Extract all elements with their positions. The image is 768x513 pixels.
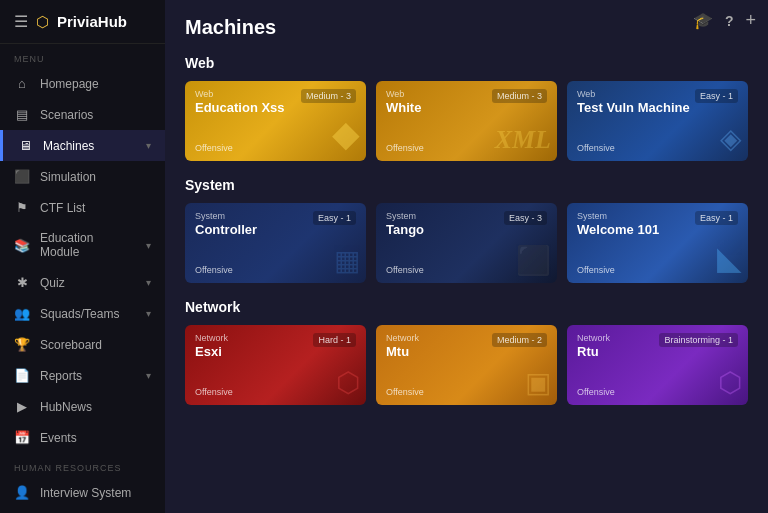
web-cards-row: Web Education Xss Medium - 3 Offensive ◆… <box>185 81 748 161</box>
chevron-down-icon: ▾ <box>146 240 151 251</box>
card-name: Education Xss <box>195 100 285 116</box>
card-top: Web Test Vuln Machine Easy - 1 <box>577 89 738 115</box>
hamburger-icon[interactable]: ☰ <box>14 12 28 31</box>
menu-section-label: MENU <box>0 44 165 68</box>
card-name: Controller <box>195 222 257 238</box>
card-footer: Offensive <box>577 387 738 397</box>
card-system-controller[interactable]: System Controller Easy - 1 Offensive ▦ <box>185 203 366 283</box>
card-badge: Easy - 1 <box>695 89 738 103</box>
card-system-welcome101[interactable]: System Welcome 101 Easy - 1 Offensive ◣ <box>567 203 748 283</box>
card-system-tango[interactable]: System Tango Easy - 3 Offensive ⬛ <box>376 203 557 283</box>
card-badge: Brainstorming - 1 <box>659 333 738 347</box>
hr-section-label: HUMAN RESOURCES <box>0 453 165 477</box>
card-badge: Easy - 1 <box>313 211 356 225</box>
page-title: Machines <box>185 16 748 39</box>
sidebar-item-machines[interactable]: 🖥 Machines ▾ <box>0 130 165 161</box>
sidebar-item-squads-teams[interactable]: 👥 Squads/Teams ▾ <box>0 298 165 329</box>
sidebar-item-reports[interactable]: 📄 Reports ▾ <box>0 360 165 391</box>
card-name: Tango <box>386 222 424 238</box>
card-name: Test Vuln Machine <box>577 100 690 116</box>
sidebar-item-ctf-list[interactable]: ⚑ CTF List <box>0 192 165 223</box>
card-top: Network Esxi Hard - 1 <box>195 333 356 359</box>
card-footer: Offensive <box>577 143 738 153</box>
reports-icon: 📄 <box>14 368 30 383</box>
sidebar: ☰ ⬡ PriviaHub MENU ⌂ Homepage ▤ Scenario… <box>0 0 165 513</box>
sidebar-item-hubnews[interactable]: ▶ HubNews <box>0 391 165 422</box>
card-deco: ◣ <box>717 239 742 277</box>
card-deco: ⬛ <box>516 244 551 277</box>
card-network-mtu[interactable]: Network Mtu Medium - 2 Offensive ▣ <box>376 325 557 405</box>
card-footer: Offensive <box>386 387 547 397</box>
sidebar-item-events[interactable]: 📅 Events <box>0 422 165 453</box>
graduation-icon[interactable]: 🎓 <box>693 11 713 30</box>
education-icon: 📚 <box>14 238 30 253</box>
main-content: 🎓 ? + Machines Web Web Education Xss Med… <box>165 0 768 513</box>
sidebar-item-label: CTF List <box>40 201 85 215</box>
card-category: Web <box>577 89 690 100</box>
card-network-esxi[interactable]: Network Esxi Hard - 1 Offensive ⬡ <box>185 325 366 405</box>
sidebar-item-label: Machines <box>43 139 94 153</box>
sidebar-item-label: Homepage <box>40 77 99 91</box>
card-top: System Tango Easy - 3 <box>386 211 547 237</box>
card-deco: XML <box>495 125 551 155</box>
sidebar-item-education-module[interactable]: 📚 Education Module ▾ <box>0 223 165 267</box>
sidebar-item-scoreboard[interactable]: 🏆 Scoreboard <box>0 329 165 360</box>
logo-text: PriviaHub <box>57 13 127 30</box>
sidebar-item-scenarios[interactable]: ▤ Scenarios <box>0 99 165 130</box>
chevron-down-icon: ▾ <box>146 370 151 381</box>
card-top: System Controller Easy - 1 <box>195 211 356 237</box>
sidebar-item-label: Simulation <box>40 170 96 184</box>
card-footer: Offensive <box>577 265 738 275</box>
network-cards-row: Network Esxi Hard - 1 Offensive ⬡ Networ… <box>185 325 748 405</box>
home-icon: ⌂ <box>14 76 30 91</box>
card-name: White <box>386 100 421 116</box>
card-name: Mtu <box>386 344 419 360</box>
card-web-white[interactable]: Web White Medium - 3 Offensive XML <box>376 81 557 161</box>
chevron-down-icon: ▾ <box>146 277 151 288</box>
interview-icon: 👤 <box>14 485 30 500</box>
card-deco: ◈ <box>720 122 742 155</box>
card-top: Network Rtu Brainstorming - 1 <box>577 333 738 359</box>
card-web-education-xss[interactable]: Web Education Xss Medium - 3 Offensive ◆ <box>185 81 366 161</box>
sidebar-item-quiz[interactable]: ✱ Quiz ▾ <box>0 267 165 298</box>
header-icons: 🎓 ? + <box>693 10 756 31</box>
card-deco: ⬡ <box>718 366 742 399</box>
sidebar-item-label: HubNews <box>40 400 92 414</box>
sidebar-item-label: Squads/Teams <box>40 307 119 321</box>
squads-icon: 👥 <box>14 306 30 321</box>
card-deco: ▦ <box>334 244 360 277</box>
card-badge: Easy - 3 <box>504 211 547 225</box>
sidebar-item-label: Scoreboard <box>40 338 102 352</box>
plus-icon[interactable]: + <box>745 10 756 31</box>
quiz-icon: ✱ <box>14 275 30 290</box>
scoreboard-icon: 🏆 <box>14 337 30 352</box>
card-category: Network <box>577 333 610 344</box>
card-footer: Offensive <box>195 387 356 397</box>
card-top: Network Mtu Medium - 2 <box>386 333 547 359</box>
card-network-rtu[interactable]: Network Rtu Brainstorming - 1 Offensive … <box>567 325 748 405</box>
sidebar-item-label: Education Module <box>40 231 136 259</box>
events-icon: 📅 <box>14 430 30 445</box>
simulation-icon: ⬛ <box>14 169 30 184</box>
logo-icon: ⬡ <box>36 13 49 31</box>
sidebar-item-simulation[interactable]: ⬛ Simulation <box>0 161 165 192</box>
card-top: Web Education Xss Medium - 3 <box>195 89 356 115</box>
chevron-down-icon: ▾ <box>146 140 151 151</box>
card-category: Web <box>386 89 421 100</box>
hubnews-icon: ▶ <box>14 399 30 414</box>
sidebar-item-label: Reports <box>40 369 82 383</box>
sidebar-item-homepage[interactable]: ⌂ Homepage <box>0 68 165 99</box>
card-badge: Medium - 3 <box>301 89 356 103</box>
card-category: Network <box>386 333 419 344</box>
help-icon[interactable]: ? <box>725 13 734 29</box>
card-web-test-vuln[interactable]: Web Test Vuln Machine Easy - 1 Offensive… <box>567 81 748 161</box>
card-category: System <box>386 211 424 222</box>
sidebar-item-label: Interview System <box>40 486 131 500</box>
scenarios-icon: ▤ <box>14 107 30 122</box>
card-deco: ◆ <box>332 113 360 155</box>
card-top: Web White Medium - 3 <box>386 89 547 115</box>
sidebar-item-interview-system[interactable]: 👤 Interview System <box>0 477 165 508</box>
card-name: Esxi <box>195 344 228 360</box>
card-badge: Easy - 1 <box>695 211 738 225</box>
card-category: Web <box>195 89 285 100</box>
